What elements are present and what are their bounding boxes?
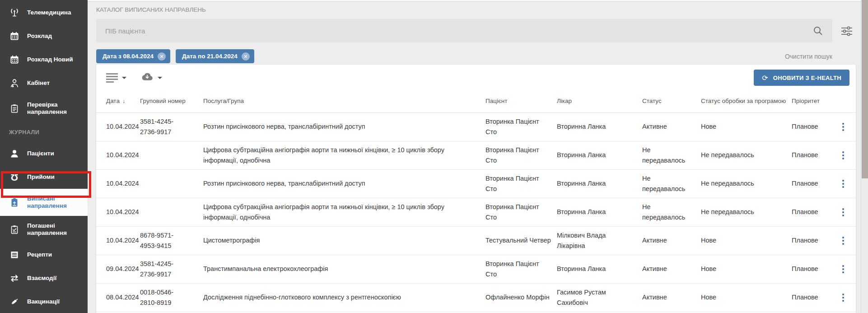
sidebar-item-schedule[interactable]: Розклад (0, 24, 88, 48)
cell-status: Активне (642, 121, 667, 132)
cell-doctor: Гасимов Рустам Сахибовіч (557, 287, 617, 308)
column-header-service[interactable]: Послуга/Група (203, 98, 485, 104)
cell-priority: Планове (792, 121, 834, 132)
interactions-icon (9, 273, 20, 284)
prescription-icon (9, 249, 20, 260)
row-menu-icon[interactable] (842, 206, 844, 218)
sidebar-item-patients[interactable]: Пацієнти (0, 142, 88, 165)
cell-group-number: 0018-0546-2810-8919 (140, 287, 195, 308)
cell-date: 10.04.2024 (106, 178, 140, 189)
column-header-status[interactable]: Статус (642, 98, 701, 104)
cell-status: Не передавалось (642, 202, 690, 223)
table-toolbar: ⟳ ОНОВИТИ З E-HEALTH (96, 65, 856, 89)
sidebar-item-label: Телемедицина (27, 9, 71, 16)
column-header-group-number[interactable]: Груповий номер (140, 98, 203, 104)
row-menu-icon[interactable] (842, 178, 844, 190)
row-menu-icon[interactable] (842, 149, 844, 161)
cell-patient: Тестувальний Четвер (485, 235, 551, 246)
cell-service: Цифрова субтракційна ангіографія аорти т… (203, 202, 480, 223)
cell-priority: Планове (792, 150, 834, 160)
export-download-button[interactable] (140, 72, 162, 84)
cell-patient: Вторинка Пацієнт Сто (485, 202, 551, 223)
column-header-doctor[interactable]: Лікар (557, 98, 642, 104)
sidebar-item-cabinet[interactable]: Кабінет (0, 71, 88, 95)
table-row[interactable]: 10.04.2024 3581-4245-2736-9917 Розтин пр… (96, 113, 856, 141)
sidebar-item-referral-check[interactable]: Перевірка направлення (0, 95, 88, 122)
clear-search-link[interactable]: Очистити пошук (785, 53, 832, 60)
cell-status: Не передавалось (642, 145, 690, 166)
refresh-ehealth-button[interactable]: ⟳ ОНОВИТИ З E-HEALTH (754, 70, 849, 86)
cell-service: Розтин присінкового нерва, транслабіринт… (203, 121, 365, 132)
chip-close-icon[interactable]: ✕ (158, 52, 166, 61)
cell-program-status: Не передавалось (701, 207, 792, 217)
table-header-row: Дата ↓ Груповий номер Послуга/Група Паці… (96, 89, 856, 113)
stethoscope-icon: Ʊ (9, 172, 20, 182)
sidebar-item-label: Виписані направлення (27, 195, 78, 210)
doctor-icon (9, 78, 20, 89)
cell-date: 10.04.2024 (106, 235, 140, 246)
filter-settings-icon[interactable] (839, 24, 854, 38)
cell-doctor: Вторинна Ланка (557, 264, 606, 274)
referrals-card: ⟳ ОНОВИТИ З E-HEALTH Дата ↓ Груповий ном… (96, 65, 856, 313)
cell-group-number: 3581-4245-2736-9917 (140, 117, 195, 137)
sidebar-item-telemedicine[interactable]: Телемедицина (0, 1, 88, 24)
cell-doctor: Вторинна Ланка (557, 207, 606, 217)
person-icon (9, 148, 20, 159)
search-input[interactable] (96, 19, 832, 42)
sidebar-item-label: Погашені направлення (27, 222, 78, 237)
sidebar-item-label: Розклад (27, 33, 52, 40)
filter-chip-date-from: Дата з 08.04.2024 ✕ (96, 49, 170, 63)
page-title: КАТАЛОГ ВИПИСАНИХ НАПРАВЛЕНЬ (96, 6, 206, 13)
sidebar-item-schedule-new[interactable]: Розклад Новий (0, 48, 88, 71)
column-header-date[interactable]: Дата ↓ (106, 98, 140, 104)
filter-chip-label: Дата по 21.04.2024 (182, 53, 238, 60)
sidebar-item-prescriptions[interactable]: Рецепти (0, 243, 88, 266)
sidebar-item-issued-referrals[interactable]: Виписані направлення (0, 189, 88, 216)
row-menu-icon[interactable] (842, 235, 844, 247)
cell-patient: Вторинка Пацієнт Сто (485, 173, 551, 194)
sidebar-item-label: Кабінет (27, 79, 50, 87)
scrollbar-thumb[interactable] (862, 0, 868, 178)
sidebar-item-interactions[interactable]: Взаємодії (0, 266, 88, 290)
clipboard-icon (9, 103, 20, 114)
cell-service: Цифрова субтракційна ангіографія аорти т… (203, 145, 480, 166)
cell-program-status: Нове (701, 264, 792, 274)
cell-program-status: Не передавалось (701, 150, 792, 160)
table-row[interactable]: 10.04.2024 Цифрова субтракційна ангіогра… (96, 198, 856, 227)
sidebar-item-label: Пацієнти (27, 150, 54, 157)
sidebar-section-journals: ЖУРНАЛИ (0, 122, 88, 142)
top-strip (88, 0, 861, 2)
cell-priority: Планове (792, 207, 834, 217)
cell-doctor: Вторинна Ланка (557, 150, 606, 160)
chip-close-icon[interactable]: ✕ (242, 52, 250, 61)
sidebar-item-label: Розклад Новий (27, 56, 73, 63)
table-row[interactable]: 10.04.2024 Розтин присінкового нерва, тр… (96, 170, 856, 198)
refresh-icon: ⟳ (762, 74, 768, 82)
table-row[interactable]: 09.04.2024 3581-4245-2736-9917 Транстимп… (96, 255, 856, 284)
table-row[interactable]: 08.04.2024 0018-0546-2810-8919 Досліджен… (96, 284, 856, 312)
table-body: 10.04.2024 3581-4245-2736-9917 Розтин пр… (96, 113, 856, 312)
sidebar-item-vaccinations[interactable]: Вакцинації (0, 290, 88, 313)
table-row[interactable]: 10.04.2024 Цифрова субтракційна ангіогра… (96, 141, 856, 170)
column-header-program-status[interactable]: Статус обробки за програмою (701, 98, 792, 104)
cell-status: Не передавалось (642, 173, 690, 194)
sidebar-item-redeemed-referrals[interactable]: Погашені направлення (0, 216, 88, 243)
cell-service: Дослідження піднебінно-глоткового компле… (203, 292, 401, 303)
cell-date: 09.04.2024 (106, 264, 140, 274)
table-row[interactable]: 10.04.2024 8678-9571-4953-9415 Цистометр… (96, 227, 856, 255)
cell-priority: Планове (792, 292, 834, 303)
column-header-patient[interactable]: Пацієнт (485, 98, 557, 104)
cell-program-status: Нове (701, 121, 792, 132)
row-menu-icon[interactable] (842, 292, 844, 304)
sidebar-item-appointments[interactable]: Ʊ Прийоми (0, 165, 88, 189)
view-options-button[interactable] (106, 73, 126, 83)
column-header-priority[interactable]: Пріоритет (792, 98, 834, 104)
filter-chip-label: Дата з 08.04.2024 (103, 53, 154, 60)
row-menu-icon[interactable] (842, 121, 844, 133)
sidebar-item-label: Рецепти (27, 251, 52, 258)
vertical-scrollbar (861, 0, 868, 313)
cloud-download-icon (140, 72, 154, 84)
list-lines-icon (106, 73, 118, 83)
row-menu-icon[interactable] (842, 263, 844, 275)
chevron-down-icon (122, 77, 126, 79)
